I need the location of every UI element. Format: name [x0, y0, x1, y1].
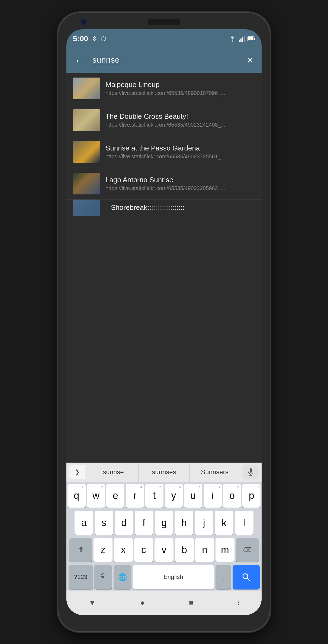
key-v[interactable]: v	[155, 538, 173, 562]
emoji-key[interactable]: ☺ ,	[94, 565, 112, 589]
key-x[interactable]: x	[114, 538, 133, 562]
result-title-5: Shorebreak:::::::::::::::::::	[111, 203, 255, 212]
microphone-button[interactable]	[243, 465, 259, 479]
period-label: .	[222, 573, 224, 581]
key-g[interactable]: g	[155, 511, 173, 535]
shield-icon: ⬡	[101, 35, 106, 42]
status-bar: 5:00 ⚙ ⬡	[66, 29, 262, 48]
cursor	[120, 58, 120, 65]
key-j[interactable]: j	[195, 511, 213, 535]
result-item-3[interactable]: Sunrise at the Passo Gardena https://liv…	[66, 136, 262, 168]
result-item-1[interactable]: Malpeque Lineup https://live.staticflick…	[66, 73, 262, 104]
svg-rect-2	[240, 39, 242, 42]
result-thumb-5	[73, 200, 100, 216]
svg-line-13	[247, 578, 250, 581]
key-t[interactable]: 5t	[145, 484, 163, 508]
nav-apps-icon[interactable]: ⁝	[237, 599, 240, 607]
svg-rect-6	[254, 38, 255, 40]
result-text-2: The Double Cross Beauty! https://live.st…	[105, 112, 255, 128]
result-title-4: Lago Antorno Sunrise	[105, 176, 255, 184]
result-item-4[interactable]: Lago Antorno Sunrise https://live.static…	[66, 168, 262, 200]
search-input-wrapper[interactable]: sunrise	[92, 55, 239, 65]
suggestion-word-1[interactable]: sunrise	[88, 463, 139, 482]
result-thumb-2	[73, 109, 100, 131]
back-button[interactable]: ←	[72, 52, 87, 69]
key-q[interactable]: 1q	[67, 484, 86, 508]
key-e[interactable]: 3e	[106, 484, 124, 508]
suggestion-word-3[interactable]: Sunrisers	[189, 463, 240, 482]
key-a[interactable]: a	[75, 511, 93, 535]
result-text-1: Malpeque Lineup https://live.staticflick…	[105, 81, 255, 96]
key-l[interactable]: l	[235, 511, 253, 535]
key-k[interactable]: k	[215, 511, 233, 535]
result-thumb-4	[73, 173, 100, 194]
result-item-2[interactable]: The Double Cross Beauty! https://live.st…	[66, 104, 262, 136]
result-title-2: The Double Cross Beauty!	[105, 112, 255, 121]
nav-recents-icon[interactable]: ■	[189, 598, 193, 607]
result-url-4: https://live.staticflickr.com/65535/4902…	[105, 185, 255, 191]
nav-bar: ▼ ● ■ ⁝	[66, 591, 262, 615]
key-z[interactable]: z	[94, 538, 112, 562]
clear-button[interactable]: ✕	[244, 53, 256, 68]
key-b[interactable]: b	[175, 538, 194, 562]
result-thumb-1	[73, 78, 100, 99]
svg-point-0	[232, 41, 233, 41]
num-sym-key[interactable]: ?123	[69, 565, 93, 589]
globe-key[interactable]: 🌐	[114, 565, 131, 589]
backspace-key[interactable]: ⌫	[236, 538, 259, 562]
num-sym-label: ?123	[74, 574, 87, 580]
keyboard: ❯ sunrise sunrises Sunrisers	[66, 463, 262, 615]
chevron-right-icon: ❯	[75, 469, 80, 476]
search-query[interactable]: sunrise	[92, 55, 120, 65]
result-text-4: Lago Antorno Sunrise https://live.static…	[105, 176, 255, 191]
result-title-3: Sunrise at the Passo Gardena	[105, 144, 255, 152]
search-icon	[241, 572, 251, 582]
key-u[interactable]: 7u	[184, 484, 202, 508]
result-item-5[interactable]: Shorebreak:::::::::::::::::::	[66, 200, 262, 216]
svg-rect-3	[242, 37, 243, 42]
settings-icon: ⚙	[92, 35, 97, 42]
results-list: Malpeque Lineup https://live.staticflick…	[66, 73, 262, 463]
key-w[interactable]: 2w	[87, 484, 105, 508]
suggestion-word-2[interactable]: sunrises	[139, 463, 189, 482]
space-key[interactable]: English	[133, 565, 214, 589]
key-y[interactable]: 6y	[165, 484, 183, 508]
suggestions-words: sunrise sunrises Sunrisers	[88, 463, 240, 482]
svg-rect-1	[239, 40, 240, 42]
svg-rect-4	[244, 36, 245, 42]
search-bar: ← sunrise ✕	[66, 48, 262, 73]
result-text-3: Sunrise at the Passo Gardena https://liv…	[105, 144, 255, 160]
svg-text:⚡: ⚡	[249, 37, 252, 41]
key-p[interactable]: 0p	[242, 484, 261, 508]
nav-back-icon[interactable]: ▼	[88, 598, 96, 607]
mic-icon	[248, 468, 254, 476]
suggestions-bar: ❯ sunrise sunrises Sunrisers	[66, 463, 262, 482]
nav-home-icon[interactable]: ●	[140, 598, 145, 607]
key-f[interactable]: f	[135, 511, 153, 535]
key-c[interactable]: c	[134, 538, 153, 562]
camera	[80, 18, 88, 25]
expand-suggestions-button[interactable]: ❯	[69, 465, 85, 479]
key-row-1: 1q 2w 3e 4r 5t 6y 7u 8i 9o 0p	[66, 482, 262, 509]
key-o[interactable]: 9o	[223, 484, 241, 508]
search-key[interactable]	[233, 565, 260, 589]
key-r[interactable]: 4r	[126, 484, 144, 508]
result-thumb-3	[73, 141, 100, 163]
svg-rect-9	[250, 468, 252, 473]
key-d[interactable]: d	[115, 511, 133, 535]
key-n[interactable]: n	[195, 538, 214, 562]
result-url-1: https://live.staticflickr.com/65535/4890…	[105, 90, 255, 96]
key-row-2: a s d f g h j k l	[66, 509, 262, 536]
key-s[interactable]: s	[95, 511, 113, 535]
result-url-3: https://live.staticflickr.com/65535/4902…	[105, 153, 255, 160]
signal-icon	[239, 36, 245, 42]
wifi-icon	[229, 36, 236, 42]
shift-key[interactable]: ⇧	[69, 538, 92, 562]
key-h[interactable]: h	[175, 511, 193, 535]
key-row-3: ⇧ z x c v b n m ⌫	[66, 536, 262, 563]
result-title-1: Malpeque Lineup	[105, 81, 255, 89]
period-key[interactable]: .	[216, 565, 231, 589]
speaker	[148, 19, 180, 25]
key-m[interactable]: m	[216, 538, 234, 562]
key-i[interactable]: 8i	[204, 484, 222, 508]
